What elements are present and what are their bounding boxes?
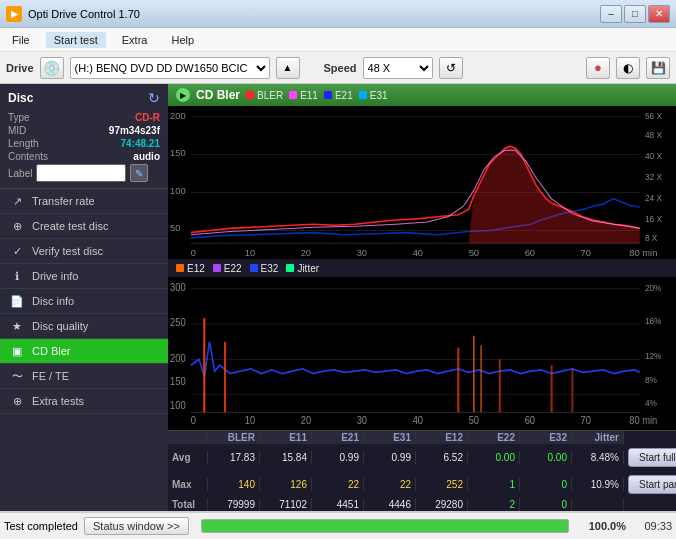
sidebar-item-transfer-rate[interactable]: ↗ Transfer rate [0,189,168,214]
disc-info-icon: 📄 [10,294,24,308]
sidebar-item-disc-quality[interactable]: ★ Disc quality [0,314,168,339]
stats-max-e31: 22 [364,478,416,491]
stats-col-e32: E32 [520,431,572,444]
status-window-button[interactable]: Status window >> [84,517,189,535]
svg-text:0: 0 [191,247,196,258]
disc-panel-title: Disc [8,91,33,105]
sidebar-item-drive-info[interactable]: ℹ Drive info [0,264,168,289]
legend-e12-label: E12 [187,263,205,274]
svg-text:16%: 16% [645,316,662,327]
menu-bar: File Start test Extra Help [0,28,676,52]
drive-eject-button[interactable]: ▲ [276,57,300,79]
speed-select[interactable]: 48 X [363,57,433,79]
sidebar-item-label: FE / TE [32,370,69,382]
bler-icon: ▶ [176,88,190,102]
sidebar-item-label: Disc info [32,295,74,307]
maximize-button[interactable]: □ [624,5,646,23]
stats-total-e32: 0 [520,498,572,511]
menu-start-test[interactable]: Start test [46,32,106,48]
sidebar-item-label: Transfer rate [32,195,95,207]
sidebar-item-disc-info[interactable]: 📄 Disc info [0,289,168,314]
verify-test-disc-icon: ✓ [10,244,24,258]
svg-text:48 X: 48 X [645,130,662,140]
svg-text:60: 60 [525,247,535,258]
svg-text:20: 20 [301,247,311,258]
legend-e21-dot [324,91,332,99]
svg-text:100: 100 [170,185,186,196]
legend-bler: BLER [246,90,283,101]
stats-total-bler: 79999 [208,498,260,511]
start-full-button[interactable]: Start full [628,448,676,467]
legend-e22-dot [213,264,221,272]
speed-apply-button[interactable]: ↺ [439,57,463,79]
svg-text:4%: 4% [645,398,657,409]
chart2-legend: E12 E22 E32 Jitter [168,259,676,277]
stats-avg-e11: 15.84 [260,451,312,464]
stats-total-e21: 4451 [312,498,364,511]
disc-refresh-button[interactable]: ↻ [148,90,160,106]
create-test-disc-icon: ⊕ [10,219,24,233]
stats-total-e12: 29280 [416,498,468,511]
svg-text:12%: 12% [645,351,662,362]
svg-text:200: 200 [170,352,186,364]
stats-avg-label: Avg [168,451,208,464]
svg-text:32 X: 32 X [645,172,662,182]
sidebar-item-fe-te[interactable]: 〜 FE / TE [0,364,168,389]
content-area: ▶ CD Bler BLER E11 E21 E31 [168,84,676,511]
menu-extra[interactable]: Extra [114,32,156,48]
menu-help[interactable]: Help [163,32,202,48]
drive-info-icon: ℹ [10,269,24,283]
svg-text:0: 0 [191,415,197,427]
svg-text:80 min: 80 min [629,415,657,427]
sidebar-item-extra-tests[interactable]: ⊕ Extra tests [0,389,168,414]
svg-text:10: 10 [245,415,256,427]
app-icon: ▶ [6,6,22,22]
chart2: 300 250 200 150 100 0 10 20 30 [168,277,676,430]
time-text: 09:33 [632,520,672,532]
stats-avg-e22: 0.00 [468,451,520,464]
sidebar-item-verify-test-disc[interactable]: ✓ Verify test disc [0,239,168,264]
legend-bler-label: BLER [257,90,283,101]
disc-type-label: Type [8,112,30,123]
drive-bar: Drive 💿 (H:) BENQ DVD DD DW1650 BCIC ▲ S… [0,52,676,84]
disc-label-label: Label [8,168,32,179]
progress-text: 100.0% [581,520,626,532]
sidebar-item-create-test-disc[interactable]: ⊕ Create test disc [0,214,168,239]
svg-text:10: 10 [245,247,255,258]
close-button[interactable]: ✕ [648,5,670,23]
disc-label-button[interactable]: ✎ [130,164,148,182]
sidebar-item-cd-bler[interactable]: ▣ CD Bler [0,339,168,364]
svg-text:80 min: 80 min [629,247,657,258]
stats-avg-e31: 0.99 [364,451,416,464]
progress-bar-container [201,519,569,533]
svg-text:40: 40 [413,415,424,427]
disc-length-label: Length [8,138,39,149]
svg-text:70: 70 [581,247,591,258]
legend-e22-label: E22 [224,263,242,274]
svg-text:40 X: 40 X [645,151,662,161]
main-area: Disc ↻ Type CD-R MID 97m34s23f Length 74… [0,84,676,511]
legend-e11-label: E11 [300,90,318,101]
chart1-wrapper: 200 150 100 50 0 10 20 30 40 [168,106,676,259]
legend-bler-dot [246,91,254,99]
save-button[interactable]: 💾 [646,57,670,79]
start-part-button[interactable]: Start part [628,475,676,494]
disc-quality-icon: ★ [10,319,24,333]
menu-file[interactable]: File [4,32,38,48]
sidebar: Disc ↻ Type CD-R MID 97m34s23f Length 74… [0,84,168,511]
drive-select[interactable]: (H:) BENQ DVD DD DW1650 BCIC [70,57,270,79]
legend-e31-dot [359,91,367,99]
sidebar-item-label: CD Bler [32,345,71,357]
legend-jitter: Jitter [286,263,319,274]
disc-read-button[interactable]: ● [586,57,610,79]
disc-panel: Disc ↻ Type CD-R MID 97m34s23f Length 74… [0,84,168,189]
minimize-button[interactable]: – [600,5,622,23]
stats-max-jitter: 10.9% [572,478,624,491]
svg-text:300: 300 [170,282,186,294]
stats-avg-jitter: 8.48% [572,451,624,464]
legend-e32-dot [250,264,258,272]
svg-text:8%: 8% [645,374,657,385]
stats-col-e21: E21 [312,431,364,444]
disc-label-input[interactable] [36,164,126,182]
disc-action-button[interactable]: ◐ [616,57,640,79]
